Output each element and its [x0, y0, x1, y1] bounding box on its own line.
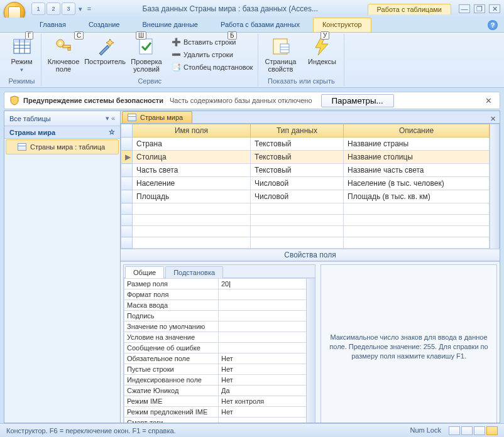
property-row[interactable]: Режим IMEНет контроля	[124, 396, 315, 407]
table-row[interactable]: СтранаТекстовыйНазвание страны	[121, 138, 490, 151]
cell-description[interactable]	[344, 226, 490, 237]
prop-tab-general[interactable]: Общие	[125, 266, 164, 278]
cell-data-type[interactable]	[251, 215, 344, 226]
delete-rows-button[interactable]: ➖Удалить строки	[170, 49, 254, 60]
close-tab-icon[interactable]: ✕	[486, 115, 500, 123]
cell-data-type[interactable]: Числовой	[251, 177, 344, 190]
nav-pane-header[interactable]: Все таблицы ▾«	[4, 111, 120, 126]
tab-database-tools[interactable]: Работа с базами данных	[211, 18, 309, 32]
property-value[interactable]: Нет	[219, 407, 315, 418]
cell-field-name[interactable]: Столица	[133, 151, 251, 164]
cell-field-name[interactable]: Площадь	[133, 190, 251, 203]
tab-external-data[interactable]: Внешние данные	[133, 18, 207, 32]
cell-description[interactable]	[344, 237, 490, 249]
property-row[interactable]: Условие на значение	[124, 332, 315, 343]
cell-field-name[interactable]	[133, 226, 251, 237]
property-value[interactable]	[219, 321, 315, 332]
qat-button-1[interactable]: 1	[31, 3, 45, 15]
cell-data-type[interactable]: Текстовый	[251, 151, 344, 164]
cell-field-name[interactable]: Часть света	[133, 164, 251, 177]
close-button[interactable]: ✕	[489, 4, 500, 13]
tab-design[interactable]: Конструктор	[313, 18, 371, 32]
col-field-name[interactable]: Имя поля	[133, 124, 251, 138]
property-row[interactable]: Сжатие ЮникодДа	[124, 386, 315, 396]
collapse-icon[interactable]: «	[111, 114, 115, 122]
property-row[interactable]: Индексированное полеНет	[124, 375, 315, 386]
row-selector[interactable]	[121, 203, 133, 215]
property-value[interactable]	[219, 289, 315, 300]
property-value[interactable]: Нет	[219, 375, 315, 386]
nav-group-header[interactable]: Страны мира☆	[4, 126, 120, 139]
view-pivotchart-button[interactable]	[474, 426, 485, 435]
row-selector[interactable]	[121, 138, 133, 151]
property-value[interactable]: Да	[219, 386, 315, 396]
cell-description[interactable]: Название часть света	[344, 164, 490, 177]
cell-data-type[interactable]	[251, 237, 344, 249]
cell-field-name[interactable]: Население	[133, 177, 251, 190]
table-row[interactable]: НаселениеЧисловойНаселение (в тыс. челов…	[121, 177, 490, 190]
property-row[interactable]: Сообщение об ошибке	[124, 343, 315, 353]
cell-description[interactable]: Название страны	[344, 138, 490, 151]
table-row[interactable]	[121, 215, 490, 226]
cell-data-type[interactable]: Числовой	[251, 190, 344, 203]
document-tab[interactable]: Страны мира	[122, 111, 192, 123]
qat-customize-icon[interactable]: ▾	[77, 3, 84, 15]
col-data-type[interactable]: Тип данных	[251, 124, 344, 138]
view-design-button[interactable]	[486, 426, 498, 435]
property-row[interactable]: Значение по умолчанию	[124, 321, 315, 332]
property-value[interactable]	[219, 300, 315, 311]
row-selector[interactable]	[121, 226, 133, 237]
validation-button[interactable]: Проверка условий	[128, 35, 165, 74]
property-row[interactable]: Пустые строкиНет	[124, 364, 315, 375]
property-value[interactable]: Нет	[219, 364, 315, 375]
property-row[interactable]: Обязательное полеНет	[124, 353, 315, 364]
property-row[interactable]: Формат поля	[124, 289, 315, 300]
indexes-button[interactable]: Индексы	[304, 35, 340, 67]
property-sheet-button[interactable]: Страница свойств	[262, 35, 299, 74]
restore-button[interactable]: ❐	[474, 4, 485, 13]
help-icon[interactable]: ?	[488, 20, 498, 30]
cell-field-name[interactable]	[133, 203, 251, 215]
table-row[interactable]	[121, 237, 490, 249]
row-selector[interactable]	[121, 215, 133, 226]
property-value[interactable]: Нет контроля	[219, 396, 315, 407]
property-value[interactable]: Нет	[219, 353, 315, 364]
tab-home[interactable]: Главная	[30, 18, 75, 32]
property-row[interactable]: Размер поля20|	[124, 279, 315, 289]
property-grid[interactable]: Размер поля20|Формат поляМаска вводаПодп…	[124, 278, 315, 423]
cell-field-name[interactable]: Страна	[133, 138, 251, 151]
cell-description[interactable]	[344, 203, 490, 215]
field-grid[interactable]: Имя поля Тип данных Описание СтранаТекст…	[121, 124, 490, 249]
builder-button[interactable]: Построитель	[87, 35, 123, 67]
property-value[interactable]	[219, 311, 315, 321]
view-mode-button[interactable]: Режим▼	[6, 35, 37, 75]
cell-data-type[interactable]: Текстовый	[251, 164, 344, 177]
table-row[interactable]	[121, 203, 490, 215]
property-row[interactable]: Режим предложений IMEНет	[124, 407, 315, 418]
cell-field-name[interactable]	[133, 237, 251, 249]
qat-button-3[interactable]: 3	[62, 3, 75, 15]
security-options-button[interactable]: Параметры...	[321, 94, 394, 107]
property-value[interactable]	[219, 343, 315, 353]
cell-description[interactable]: Площадь (в тыс. кв. км)	[344, 190, 490, 203]
primary-key-button[interactable]: Ключевое поле	[45, 35, 82, 74]
tab-create[interactable]: Создание	[79, 18, 129, 32]
row-selector[interactable]	[121, 177, 133, 190]
property-row[interactable]: Подпись	[124, 311, 315, 321]
vertical-scrollbar[interactable]	[306, 279, 315, 423]
cell-description[interactable]: Население (в тыс. человек)	[344, 177, 490, 190]
cell-data-type[interactable]	[251, 226, 344, 237]
table-row[interactable]: Часть светаТекстовыйНазвание часть света	[121, 164, 490, 177]
property-value[interactable]	[219, 332, 315, 343]
cell-description[interactable]	[344, 215, 490, 226]
prop-tab-lookup[interactable]: Подстановка	[165, 266, 223, 278]
row-selector[interactable]	[121, 164, 133, 177]
nav-item-table[interactable]: Страны мира : таблица	[6, 139, 119, 154]
cell-description[interactable]: Название столицы	[344, 151, 490, 164]
view-datasheet-button[interactable]	[449, 426, 460, 435]
qat-button-2[interactable]: 2	[47, 3, 60, 15]
lookup-column-button[interactable]: 📑Столбец подстановок	[170, 62, 254, 73]
property-value[interactable]: 20|	[219, 279, 315, 289]
cell-field-name[interactable]	[133, 215, 251, 226]
property-row[interactable]: Маска ввода	[124, 300, 315, 311]
